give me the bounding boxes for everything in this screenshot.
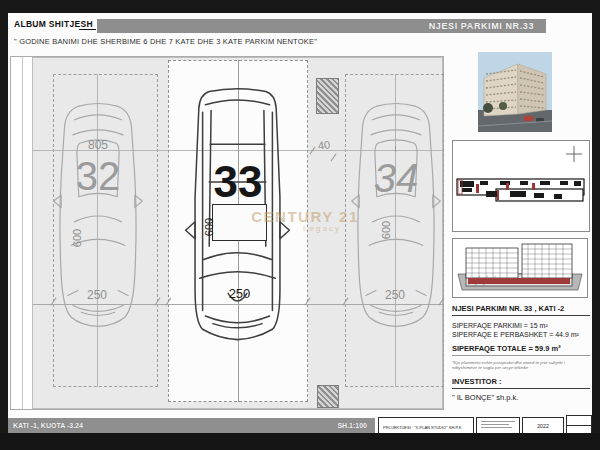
divider	[452, 388, 590, 389]
titleblock-year-box: 2022	[522, 417, 564, 434]
column-hatch-bottom	[317, 385, 339, 408]
fine-print-line	[481, 421, 515, 422]
titleblock-revision-box	[566, 415, 592, 435]
area-parking: SIPERFAQE PARKIMI = 15 m²	[452, 322, 590, 329]
footer-scale-label: SH.1:100	[337, 418, 367, 433]
divider	[452, 315, 590, 316]
dim-805: 805	[70, 138, 126, 152]
album-title: ALBUM SHITJESH	[14, 19, 93, 29]
unit-info-title: NJESI PARKIMI NR. 33 , KATI -2	[452, 304, 590, 313]
titleblock-year: 2022	[530, 421, 556, 432]
car-top-view-32	[52, 86, 144, 346]
dim-600-32: 600	[71, 218, 83, 258]
stall-number-33: 33	[200, 160, 276, 204]
dim-250-34: 250	[370, 288, 420, 302]
title-underline	[79, 29, 96, 30]
dim-600-34: 600	[380, 210, 392, 250]
fine-print-line	[481, 427, 512, 428]
titleblock-designer: PROJEKTUESI : "X-PLAN STUDIO" SH.P.K	[383, 425, 428, 430]
stall-number-34: 34	[358, 158, 434, 198]
divider-faint	[452, 355, 590, 356]
investor-name: " IL BONÇE" sh.p.k.	[452, 393, 590, 402]
fine-print-line	[481, 424, 509, 425]
unit-banner: NJESI PARKIMI NR.33	[97, 19, 546, 33]
footer-level-bar: KATI -1, KUOTA -3.24 SH.1:100	[8, 418, 375, 433]
bottom-black-strip	[0, 433, 600, 450]
building-render-photo	[478, 52, 552, 132]
dim-600-33: 600	[203, 207, 215, 247]
footer-level-label: KATI -1, KUOTA -3.24	[13, 418, 83, 433]
project-subtitle: " GODINE BANIMI DHE SHERBIME 6 DHE 7 KAT…	[14, 37, 317, 46]
watermark-sub: Legacy	[240, 224, 370, 233]
watermark-brand: CENTURY 21	[240, 208, 370, 225]
disclaimer-text: *Kjo planimetri eshte paraprake dhe mund…	[452, 360, 590, 371]
stall-number-32: 32	[60, 156, 136, 196]
dim-250-32: 250	[72, 288, 122, 302]
plan-margin-line	[22, 57, 23, 409]
revision-divider	[567, 425, 591, 426]
sheet-page: ALBUM SHITJESH NJESI PARKIMI NR.33 " GOD…	[0, 0, 600, 450]
section-drawing	[452, 238, 588, 298]
investor-label: INVESTITOR :	[452, 377, 590, 386]
north-cross-icon	[566, 146, 582, 162]
column-hatch-top	[316, 78, 339, 114]
area-common: SIPERFAQE E PERBASHKET = 44.9 m²	[452, 331, 590, 338]
area-total: SIPERFAQE TOTALE = 59.9 m²	[452, 344, 590, 353]
keyplan-drawing	[456, 172, 586, 208]
titleblock-designer-box: PROJEKTUESI : "X-PLAN STUDIO" SH.P.K	[378, 417, 474, 434]
dim-250-33: 250	[212, 286, 267, 301]
watermark: CENTURY 21 Legacy	[240, 208, 370, 233]
titleblock-notes-box	[476, 417, 520, 434]
